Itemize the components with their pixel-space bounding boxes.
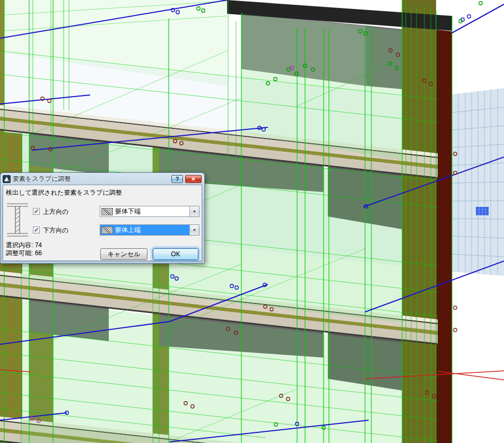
chevron-down-icon[interactable]: ▼ — [189, 206, 199, 216]
downward-target-value: 躯体上端 — [115, 225, 141, 234]
dialog-description: 検出して選択された要素をスラブに調整 — [6, 188, 122, 197]
dialog-title: 要素をスラブに調整 — [13, 175, 169, 184]
adjust-elements-to-slab-dialog: 要素をスラブに調整 ? ✕ 検出して選択された要素をスラブに調整 ✓ 上方向の … — [0, 172, 205, 264]
core-top-icon — [101, 227, 113, 234]
core-bottom-icon — [101, 208, 113, 215]
downward-target-combobox[interactable]: 躯体上端 ▼ — [100, 224, 199, 236]
combobox-selection: 躯体下端 — [100, 206, 189, 216]
close-icon: ✕ — [191, 176, 195, 182]
cancel-button[interactable]: キャンセル — [100, 248, 147, 260]
check-icon: ✓ — [34, 227, 39, 233]
fill-handle-icon — [476, 207, 489, 215]
upward-target-value: 躯体下端 — [115, 207, 141, 216]
check-icon: ✓ — [34, 208, 39, 214]
combobox-selection-highlighted: 躯体上端 — [100, 225, 189, 235]
application-window: 要素をスラブに調整 ? ✕ 検出して選択された要素をスラブに調整 ✓ 上方向の … — [0, 0, 504, 443]
ok-button[interactable]: OK — [153, 248, 198, 260]
status-selected-count: 選択内容: 74 — [6, 241, 42, 249]
upward-target-combobox[interactable]: 躯体下端 ▼ — [100, 206, 199, 217]
downward-checkbox[interactable]: ✓ — [33, 227, 40, 233]
status-adjustable-count: 調整可能: 66 — [6, 249, 42, 257]
upward-checkbox[interactable]: ✓ — [33, 208, 40, 215]
selection-status: 選択内容: 74 調整可能: 66 — [6, 241, 42, 257]
upward-label: 上方向の — [43, 207, 68, 216]
downward-label: 下方向の — [43, 226, 68, 235]
dialog-body: 検出して選択された要素をスラブに調整 ✓ 上方向の 躯体下端 ▼ ✓ 下方向の — [3, 185, 202, 261]
dialog-icon — [3, 175, 11, 183]
help-button[interactable]: ? — [171, 175, 183, 183]
chevron-down-icon[interactable]: ▼ — [189, 225, 199, 235]
beam-section-icon — [6, 202, 30, 239]
close-button[interactable]: ✕ — [185, 175, 202, 183]
dialog-titlebar[interactable]: 要素をスラブに調整 ? ✕ — [1, 173, 204, 185]
